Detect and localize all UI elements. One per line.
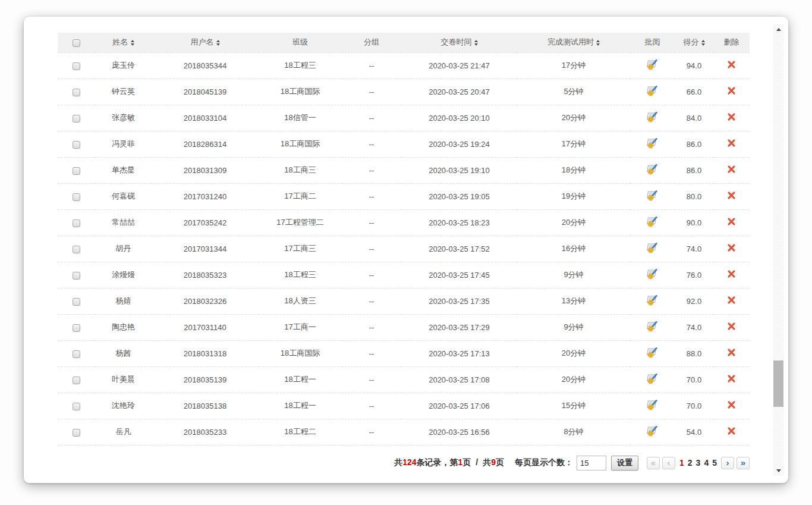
group-value: --	[342, 262, 401, 288]
delete-icon[interactable]	[727, 348, 736, 357]
delete-icon[interactable]	[727, 112, 736, 121]
page-number-4[interactable]: 4	[704, 458, 709, 468]
delete-icon[interactable]	[727, 269, 736, 278]
stats-separator: /	[476, 457, 478, 467]
delete-icon[interactable]	[727, 86, 736, 95]
table-row: 庞玉伶 2018035344 18工程三 -- 2020-03-25 21:47…	[58, 52, 750, 79]
score-value: 70.0	[675, 366, 713, 393]
row-checkbox[interactable]	[73, 350, 80, 358]
column-header-name[interactable]: 姓名	[95, 33, 152, 52]
row-checkbox[interactable]	[73, 298, 80, 306]
row-checkbox[interactable]	[73, 219, 80, 227]
student-name: 钟云英	[95, 79, 152, 105]
review-icon[interactable]	[647, 86, 658, 96]
review-icon[interactable]	[647, 374, 658, 384]
test-duration: 20分钟	[517, 340, 630, 366]
review-cell	[630, 209, 675, 236]
review-icon[interactable]	[647, 190, 658, 201]
review-icon[interactable]	[647, 426, 658, 437]
review-cell	[630, 131, 675, 157]
review-icon[interactable]	[647, 112, 658, 123]
delete-icon[interactable]	[727, 139, 736, 148]
row-checkbox[interactable]	[73, 141, 80, 149]
per-page-input[interactable]	[577, 456, 606, 471]
review-cell	[630, 366, 675, 393]
test-duration: 20分钟	[517, 105, 630, 131]
table-row: 叶美晨 2018035139 18工程一 -- 2020-03-25 17:08…	[58, 366, 750, 393]
review-icon[interactable]	[647, 243, 658, 253]
page-number-2[interactable]: 2	[688, 458, 693, 468]
review-icon[interactable]	[647, 400, 658, 410]
review-icon[interactable]	[647, 295, 658, 306]
select-all-checkbox[interactable]	[73, 39, 80, 47]
column-header-class: 班级	[259, 33, 342, 52]
last-page-button[interactable]: »	[737, 457, 750, 469]
review-cell	[630, 419, 675, 445]
review-icon[interactable]	[647, 321, 658, 332]
group-value: --	[342, 79, 401, 105]
delete-icon[interactable]	[727, 165, 736, 174]
row-checkbox[interactable]	[73, 403, 80, 410]
row-checkbox[interactable]	[73, 429, 80, 437]
row-checkbox[interactable]	[73, 377, 80, 384]
page-number-1[interactable]: 1	[679, 458, 684, 468]
delete-icon[interactable]	[727, 400, 736, 409]
set-per-page-button[interactable]: 设置	[611, 456, 638, 471]
submit-time: 2020-03-25 17:45	[401, 262, 517, 288]
review-icon[interactable]	[647, 217, 658, 227]
table-row: 胡丹 2017031344 17工商三 -- 2020-03-25 17:52 …	[58, 236, 750, 262]
row-checkbox[interactable]	[73, 246, 80, 253]
page-number-5[interactable]: 5	[712, 458, 717, 468]
delete-icon[interactable]	[727, 191, 736, 200]
class-name: 18工程三	[259, 52, 342, 79]
column-header-submit-time[interactable]: 交卷时间	[401, 33, 517, 52]
review-icon[interactable]	[647, 269, 658, 280]
table-row: 冯灵菲 2018286314 18工商国际 -- 2020-03-25 19:2…	[58, 131, 750, 157]
row-checkbox[interactable]	[73, 62, 80, 70]
delete-cell	[713, 393, 750, 419]
review-icon[interactable]	[647, 347, 658, 358]
username: 2017035242	[152, 209, 259, 236]
delete-icon[interactable]	[727, 426, 736, 435]
class-name: 17工程管理二	[259, 209, 342, 236]
test-duration: 18分钟	[517, 157, 630, 183]
review-icon[interactable]	[647, 164, 658, 175]
delete-icon[interactable]	[727, 60, 736, 69]
scroll-down-icon[interactable]	[773, 466, 783, 475]
prev-page-button[interactable]: ‹	[662, 457, 675, 469]
row-checkbox[interactable]	[73, 324, 80, 332]
submit-time: 2020-03-25 18:23	[401, 209, 517, 236]
next-page-button[interactable]: ›	[721, 457, 734, 469]
score-value: 54.0	[675, 419, 713, 445]
row-checkbox[interactable]	[73, 272, 80, 280]
column-header-score[interactable]: 得分	[675, 33, 713, 52]
review-icon[interactable]	[647, 138, 658, 149]
student-name: 沈艳玲	[95, 393, 152, 419]
row-checkbox[interactable]	[73, 167, 80, 175]
review-icon[interactable]	[647, 59, 658, 70]
column-header-username[interactable]: 用户名	[152, 33, 259, 52]
delete-icon[interactable]	[727, 243, 736, 252]
column-header-duration[interactable]: 完成测试用时	[517, 33, 630, 52]
row-checkbox[interactable]	[73, 115, 80, 123]
delete-icon[interactable]	[727, 374, 736, 383]
first-page-button[interactable]: «	[647, 457, 660, 469]
delete-icon[interactable]	[727, 296, 736, 305]
double-left-arrow-icon: «	[651, 458, 656, 467]
table-row: 单杰星 2018031309 18工商三 -- 2020-03-25 19:10…	[58, 157, 750, 183]
delete-icon[interactable]	[727, 217, 736, 226]
review-cell	[630, 105, 675, 131]
score-value: 74.0	[675, 314, 713, 340]
score-value: 66.0	[675, 79, 713, 105]
scrollbar-thumb[interactable]	[773, 360, 783, 407]
row-checkbox[interactable]	[73, 89, 80, 96]
group-value: --	[342, 366, 401, 393]
submit-time: 2020-03-25 21:47	[401, 52, 517, 79]
delete-icon[interactable]	[727, 322, 736, 331]
row-checkbox[interactable]	[73, 193, 80, 201]
scroll-up-icon[interactable]	[773, 24, 783, 34]
scrollbar[interactable]	[773, 24, 783, 475]
submit-time: 2020-03-25 17:52	[401, 236, 517, 262]
page-number-3[interactable]: 3	[696, 458, 701, 468]
delete-cell	[713, 79, 750, 105]
